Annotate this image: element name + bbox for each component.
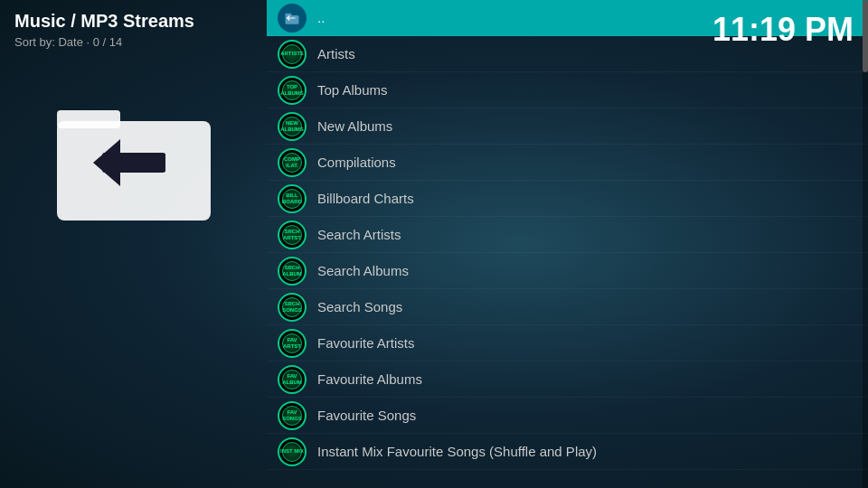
menu-item-instant-mix[interactable]: Inst MixInstant Mix Favourite Songs (Shu… — [267, 434, 868, 470]
favourite-songs-label: Favourite Songs — [317, 408, 416, 423]
right-panel: .. ArtistsArtistsTOP AlbumsTop AlbumsNEW… — [267, 0, 868, 488]
menu-item-new-albums[interactable]: NEW AlbumsNew Albums — [267, 108, 868, 145]
favourite-songs-icon-text: Fav Songs — [279, 409, 305, 421]
favourite-artists-icon: Fav Artst — [278, 329, 307, 358]
menu-item-search-albums[interactable]: SRCH AlbumSearch Albums — [267, 253, 868, 289]
menu-item-compilations[interactable]: Comp ilat.Compilations — [267, 145, 868, 181]
favourite-songs-icon: Fav Songs — [278, 401, 307, 430]
new-albums-icon-text: NEW Albums — [279, 120, 305, 132]
app-title: Music / MP3 Streams — [14, 11, 252, 32]
favourite-albums-icon-text: Fav Album — [279, 373, 305, 385]
instant-mix-label: Instant Mix Favourite Songs (Shuffle and… — [317, 444, 597, 459]
search-artists-label: Search Artists — [317, 227, 401, 242]
search-artists-icon-text: SRCH Artst — [279, 229, 305, 240]
search-artists-icon: SRCH Artst — [278, 221, 307, 249]
search-songs-icon: SRCH Songs — [278, 293, 307, 322]
compilations-icon-text: Comp ilat. — [279, 156, 305, 168]
billboard-charts-icon-text: Bill board — [279, 192, 305, 204]
top-albums-label: Top Albums — [317, 82, 388, 98]
search-albums-icon-text: SRCH Album — [279, 265, 305, 277]
folder-back-icon — [52, 85, 215, 230]
left-panel: Music / MP3 Streams Sort by: Date · 0 / … — [0, 0, 267, 488]
favourite-artists-icon-text: Fav Artst — [279, 337, 305, 349]
search-songs-label: Search Songs — [317, 299, 402, 314]
back-folder-icon — [278, 4, 307, 33]
menu-list: ArtistsArtistsTOP AlbumsTop AlbumsNEW Al… — [267, 36, 868, 470]
artists-icon: Artists — [278, 40, 307, 69]
menu-item-favourite-artists[interactable]: Fav ArtstFavourite Artists — [267, 325, 868, 361]
scrollbar-thumb[interactable] — [863, 0, 868, 72]
favourite-albums-icon: Fav Album — [278, 365, 307, 394]
svg-rect-1 — [57, 110, 120, 128]
search-albums-label: Search Albums — [317, 263, 409, 278]
billboard-charts-icon: Bill board — [278, 184, 307, 213]
search-albums-icon: SRCH Album — [278, 257, 307, 286]
compilations-label: Compilations — [317, 155, 396, 170]
new-albums-label: New Albums — [317, 118, 392, 134]
sort-info: Sort by: Date · 0 / 14 — [14, 35, 252, 49]
favourite-albums-label: Favourite Albums — [317, 371, 422, 387]
menu-item-favourite-albums[interactable]: Fav AlbumFavourite Albums — [267, 361, 868, 398]
instant-mix-icon-text: Inst Mix — [280, 448, 304, 455]
top-albums-icon-text: TOP Albums — [279, 84, 305, 96]
artists-label: Artists — [317, 46, 355, 61]
billboard-charts-label: Billboard Charts — [317, 191, 414, 206]
favourite-artists-label: Favourite Artists — [317, 335, 415, 351]
menu-item-search-songs[interactable]: SRCH SongsSearch Songs — [267, 289, 868, 325]
folder-icon-container — [14, 85, 252, 230]
clock: 11:19 PM — [712, 11, 854, 49]
menu-item-top-albums[interactable]: TOP AlbumsTop Albums — [267, 72, 868, 108]
new-albums-icon: NEW Albums — [278, 112, 307, 141]
compilations-icon: Comp ilat. — [278, 148, 307, 177]
top-albums-icon: TOP Albums — [278, 76, 307, 105]
menu-item-search-artists[interactable]: SRCH ArtstSearch Artists — [267, 217, 868, 253]
svg-rect-5 — [286, 13, 292, 16]
artists-icon-text: Artists — [280, 51, 304, 57]
menu-item-favourite-songs[interactable]: Fav SongsFavourite Songs — [267, 398, 868, 434]
scrollbar[interactable] — [863, 0, 868, 488]
instant-mix-icon: Inst Mix — [278, 437, 307, 466]
back-label: .. — [317, 10, 325, 25]
search-songs-icon-text: SRCH Songs — [279, 301, 305, 313]
menu-item-billboard-charts[interactable]: Bill boardBillboard Charts — [267, 181, 868, 217]
